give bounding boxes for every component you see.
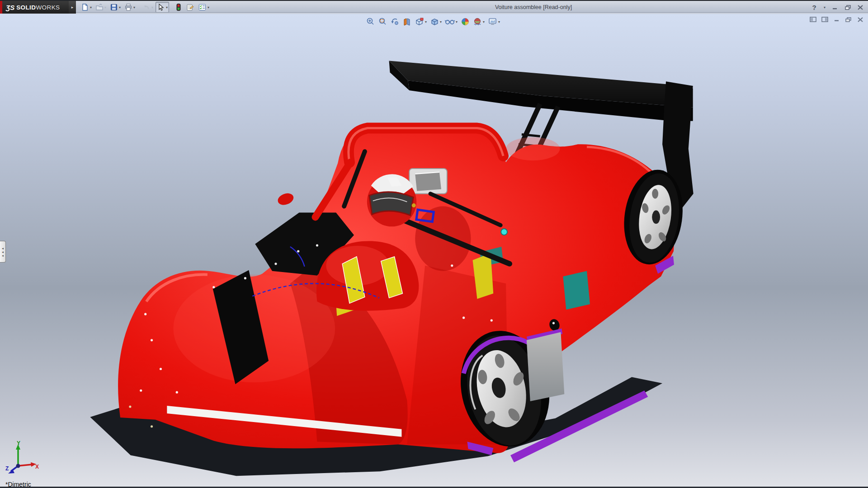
minimize-icon xyxy=(832,5,838,9)
print-dropdown-arrow[interactable]: ▾ xyxy=(133,5,135,9)
solidworks-logo: ƷS SOLID WORKS xyxy=(0,1,69,14)
undo-dropdown-arrow[interactable]: ▾ xyxy=(151,5,153,9)
apply-scene-icon xyxy=(473,17,482,26)
undo-icon xyxy=(142,3,151,11)
view-orientation-dropdown[interactable]: ▾ xyxy=(425,20,427,24)
options-button[interactable]: ▾ xyxy=(197,2,211,13)
open-button[interactable]: ▾ xyxy=(94,2,108,13)
file-properties-button[interactable] xyxy=(184,2,196,13)
view-orientation-label: *Dimetric xyxy=(5,481,31,487)
feature-tree-collapsed-tab[interactable]: ◂ ◂ ◂ xyxy=(0,241,6,263)
logo-mark: ƷS xyxy=(6,4,14,11)
zoom-to-fit-button[interactable] xyxy=(364,16,376,27)
zoom-to-area-button[interactable] xyxy=(377,16,388,27)
restore-icon xyxy=(845,5,851,10)
triad-y-label: Y xyxy=(17,441,20,446)
help-dropdown-arrow[interactable]: ▾ xyxy=(822,3,827,12)
new-document-button[interactable]: ▾ xyxy=(80,2,93,13)
section-view-icon xyxy=(402,17,411,26)
display-style-dropdown[interactable]: ▾ xyxy=(440,20,442,24)
pane-right-toggle-button[interactable] xyxy=(821,16,829,23)
view-settings-icon xyxy=(488,17,497,26)
hide-show-dropdown[interactable]: ▾ xyxy=(456,20,458,24)
open-icon xyxy=(95,3,104,11)
restore-button[interactable] xyxy=(843,3,853,12)
document-window-controls xyxy=(809,16,864,23)
view-orientation-icon xyxy=(415,17,424,26)
zoom-to-fit-icon xyxy=(366,17,375,26)
pane-right-icon xyxy=(821,17,828,22)
headsup-view-toolbar: ▾ ▾ ▾ xyxy=(364,16,501,28)
edit-appearance-button[interactable] xyxy=(459,16,471,27)
select-button[interactable]: ▾ xyxy=(156,2,169,13)
reference-triad: Y X Z xyxy=(5,441,40,475)
rear-view-mirror xyxy=(409,169,447,194)
apply-scene-button[interactable]: ▾ xyxy=(472,16,486,27)
options-icon xyxy=(198,3,207,11)
zoom-to-area-icon xyxy=(378,17,387,26)
display-style-icon xyxy=(430,17,439,26)
rebuild-button[interactable] xyxy=(174,2,184,13)
select-dropdown-arrow[interactable]: ▾ xyxy=(166,5,168,9)
section-view-button[interactable] xyxy=(401,16,413,27)
logo-text-light: WORKS xyxy=(36,4,60,11)
print-icon xyxy=(124,3,132,11)
view-orientation-button[interactable]: ▾ xyxy=(413,16,428,27)
save-dropdown-arrow[interactable]: ▾ xyxy=(119,5,121,9)
view-settings-dropdown[interactable]: ▾ xyxy=(498,20,500,24)
pane-left-toggle-button[interactable] xyxy=(809,16,817,23)
minimize-button[interactable] xyxy=(830,3,840,12)
undo-button[interactable]: ▾ xyxy=(141,2,155,13)
solidworks-window: ƷS SOLID WORKS ▸ ▾ ▾ xyxy=(0,0,868,488)
select-cursor-icon xyxy=(157,3,165,11)
new-dropdown-arrow[interactable]: ▾ xyxy=(90,5,92,9)
restore-document-button[interactable] xyxy=(844,16,853,23)
minimize-document-button[interactable] xyxy=(832,16,841,23)
save-icon xyxy=(110,3,118,11)
menu-expand-arrow[interactable]: ▸ xyxy=(69,1,76,14)
driver-helmet xyxy=(367,174,416,227)
open-dropdown-arrow[interactable]: ▾ xyxy=(104,5,106,9)
triad-x-label: X xyxy=(35,464,39,470)
view-settings-button[interactable]: ▾ xyxy=(486,16,501,27)
save-button[interactable]: ▾ xyxy=(108,2,122,13)
hide-show-items-button[interactable]: ▾ xyxy=(443,16,459,27)
rebuild-traffic-light-icon xyxy=(175,3,182,11)
hide-show-items-icon xyxy=(445,17,455,26)
file-properties-icon xyxy=(186,3,194,11)
edit-appearance-icon xyxy=(461,17,470,26)
window-title: Voiture assomblee [Read-only] xyxy=(434,1,633,14)
model-canvas[interactable] xyxy=(0,14,868,487)
logo-text-bold: SOLID xyxy=(16,4,36,11)
close-icon xyxy=(858,5,863,10)
window-controls: ? ▾ xyxy=(809,1,865,14)
close-document-icon xyxy=(858,17,863,22)
restore-document-icon xyxy=(845,17,851,22)
standard-toolbar: ▾ ▾ ▾ ▾ xyxy=(80,1,211,13)
previous-view-button[interactable] xyxy=(389,16,401,27)
minimize-document-icon xyxy=(834,17,840,22)
print-button[interactable]: ▾ xyxy=(123,2,137,13)
apply-scene-dropdown[interactable]: ▾ xyxy=(483,20,485,24)
options-dropdown-arrow[interactable]: ▾ xyxy=(208,5,209,9)
cyan-fitting xyxy=(501,229,507,235)
close-button[interactable] xyxy=(855,3,865,12)
previous-view-icon xyxy=(390,17,399,26)
graphics-viewport[interactable]: ▾ ▾ ▾ xyxy=(0,14,868,487)
display-style-button[interactable]: ▾ xyxy=(429,16,443,27)
triad-z-label: Z xyxy=(5,465,9,472)
help-button[interactable]: ? xyxy=(809,3,819,12)
pane-left-icon xyxy=(810,17,816,22)
titlebar: ƷS SOLID WORKS ▸ ▾ ▾ xyxy=(0,0,868,13)
close-document-button[interactable] xyxy=(856,16,864,23)
side-sill-panel xyxy=(527,332,565,401)
new-document-icon xyxy=(81,3,89,11)
collapse-arrow-icon: ◂ xyxy=(2,247,4,250)
collapse-arrow-icon: ◂ xyxy=(2,254,4,257)
collapse-arrow-icon: ◂ xyxy=(2,250,4,253)
teal-panel xyxy=(563,271,590,310)
